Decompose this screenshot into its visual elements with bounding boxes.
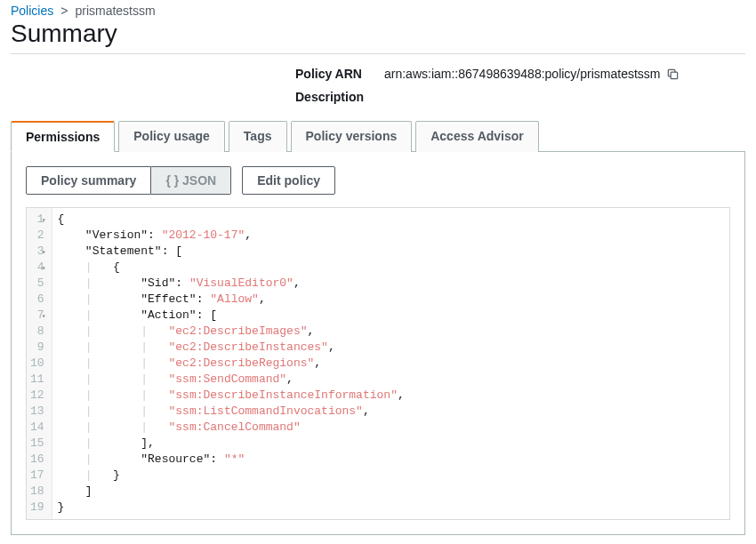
tab-bar: Permissions Policy usage Tags Policy ver…: [11, 120, 745, 152]
tab-access-advisor[interactable]: Access Advisor: [415, 121, 539, 152]
description-label: Description: [295, 90, 384, 104]
policy-summary-button[interactable]: Policy summary: [26, 166, 151, 195]
tab-content-permissions: Policy summary { } JSON Edit policy 1234…: [11, 152, 745, 535]
json-view-button[interactable]: { } JSON: [151, 166, 231, 195]
svg-rect-0: [671, 72, 678, 79]
breadcrumb: Policies > prismatestssm: [11, 4, 745, 20]
breadcrumb-current: prismatestssm: [75, 4, 155, 18]
tab-policy-versions[interactable]: Policy versions: [291, 121, 413, 152]
policy-meta: Policy ARN arn:aws:iam::867498639488:pol…: [295, 67, 745, 104]
chevron-right-icon: >: [60, 4, 68, 18]
policy-arn-value: arn:aws:iam::867498639488:policy/prismat…: [384, 67, 661, 81]
tab-permissions[interactable]: Permissions: [11, 121, 115, 152]
json-editor: 12345678910111213141516171819 { "Version…: [26, 207, 730, 520]
policy-arn-label: Policy ARN: [295, 67, 384, 81]
policy-view-toolbar: Policy summary { } JSON Edit policy: [26, 166, 730, 195]
view-toggle-group: Policy summary { } JSON: [26, 166, 231, 195]
edit-policy-button[interactable]: Edit policy: [242, 166, 335, 195]
tab-tags[interactable]: Tags: [229, 121, 287, 152]
editor-gutter: 12345678910111213141516171819: [27, 208, 52, 519]
page-title: Summary: [11, 20, 745, 48]
tab-policy-usage[interactable]: Policy usage: [118, 121, 225, 152]
editor-code[interactable]: { "Version": "2012-10-17", "Statement": …: [52, 208, 729, 519]
copy-icon[interactable]: [666, 67, 680, 81]
breadcrumb-root-link[interactable]: Policies: [11, 4, 53, 18]
divider: [11, 53, 745, 54]
